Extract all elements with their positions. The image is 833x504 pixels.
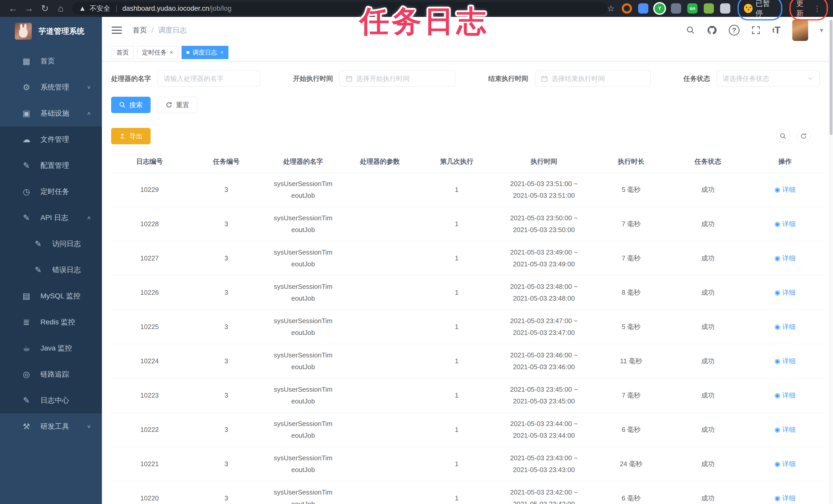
toggle-search-icon[interactable] [776,129,790,143]
breadcrumb: 首页 / 调度日志 [133,25,187,35]
handler-cell: sysUserSessionTimeoutJob [265,207,341,241]
browser-update-button[interactable]: 更新 ⋮ [789,0,828,21]
sidebar-item-首页[interactable]: ▦首页 [0,48,102,74]
param-cell [341,309,419,344]
detail-link[interactable]: ◉详细 [775,494,795,503]
monitor-icon: ▣ [21,108,32,118]
sidebar-item-label: Redis 监控 [41,317,91,327]
close-icon[interactable]: × [220,49,223,56]
top-navbar: 首页 / 调度日志 ? tT ▾ [102,17,833,44]
sidebar-item-错误日志[interactable]: ✎错误日志 [0,257,102,283]
navbar-icons: ? tT ▾ [686,20,823,41]
handler-cell: sysUserSessionTimeoutJob [265,344,341,378]
back-icon[interactable]: ← [5,3,21,14]
cloud-icon: ☁ [21,134,32,144]
ext-on-icon[interactable]: on [687,3,697,14]
actions-cell: ◉详细 [746,309,824,344]
search-button[interactable]: 搜索 [111,97,150,113]
detail-link[interactable]: ◉详细 [775,322,795,331]
fullscreen-icon[interactable] [751,26,761,35]
job-log-table: 日志编号 任务编号 处理器的名字 处理器的参数 第几次执行 执行时间 执行时长 … [111,151,824,504]
url-host[interactable]: dashboard.yudao.iocoder.cn [122,5,209,12]
ext-puzzle-icon[interactable] [720,3,730,14]
sidebar-item-配置管理[interactable]: ✎配置管理 [0,152,102,179]
handler-cell: sysUserSessionTimeoutJob [265,481,341,504]
home-icon[interactable]: ⌂ [53,3,69,14]
detail-link[interactable]: ◉详细 [775,220,795,228]
time-cell: 2021-05-03 23:47:00 ~2021-05-03 23:47:00 [495,309,593,344]
time-cell: 2021-05-03 23:42:00 ~2021-05-03 23:42:00 [495,481,593,504]
chevron-down-icon[interactable]: ▾ [820,26,823,34]
sidebar-item-Java-监控[interactable]: ☕Java 监控 [0,335,102,361]
param-cell [341,207,419,241]
sidebar-item-Redis-监控[interactable]: ≣Redis 监控 [0,309,102,335]
sidebar-item-日志中心[interactable]: ✎日志中心 [0,387,102,413]
scrollbar-thumb[interactable] [830,20,832,135]
security-label[interactable]: 不安全 [90,4,110,13]
sidebar-item-访问日志[interactable]: ✎访问日志 [0,231,102,257]
eye-icon: ◉ [775,186,780,194]
log-id-cell: 10226 [111,275,188,309]
address-bar[interactable]: ▲ 不安全 | dashboard.yudao.iocoder.cn /job/… [72,2,607,15]
detail-label: 详细 [782,391,795,400]
search-icon[interactable] [686,26,695,34]
refresh-icon[interactable] [796,129,810,143]
sidebar-item-API-日志[interactable]: ✎API 日志∧ [0,205,102,231]
url-path[interactable]: /job/log [209,5,232,12]
sidebar-item-基础设施[interactable]: ▣基础设施∧ [0,100,102,126]
ext-grid-icon[interactable] [671,3,681,14]
forward-icon[interactable]: → [21,3,37,14]
detail-link[interactable]: ◉详细 [775,254,795,263]
export-button[interactable]: 导出 [111,128,150,144]
ext-blue-icon[interactable] [638,3,648,14]
sidebar-item-链路追踪[interactable]: ◎链路追踪 [0,361,102,387]
table-row: 102273sysUserSessionTimeoutJob12021-05-0… [111,241,824,275]
help-icon[interactable]: ? [729,25,740,35]
sidebar: 芋道管理系统 ▦首页⚙系统管理∨▣基础设施∧☁文件管理✎配置管理◷定时任务✎AP… [0,17,102,504]
tab-home[interactable]: 首页 [112,46,134,59]
end-time-picker[interactable]: 选择结束执行时间 [535,71,651,86]
detail-link[interactable]: ◉详细 [775,357,795,366]
duration-cell: 7 毫秒 [593,241,670,275]
bookmark-star-icon[interactable]: ☆ [607,4,615,13]
log-id-cell: 10224 [111,344,188,378]
detail-link[interactable]: ◉详细 [775,391,795,400]
ext-orange-icon[interactable] [622,3,632,14]
breadcrumb-home[interactable]: 首页 [133,25,147,35]
tab-timed-task[interactable]: 定时任务 × [137,46,178,59]
sidebar-logo[interactable]: 芋道管理系统 [0,17,102,46]
font-size-icon[interactable]: tT [772,25,781,36]
detail-link[interactable]: ◉详细 [775,425,795,434]
sidebar-item-系统管理[interactable]: ⚙系统管理∨ [0,74,102,100]
chevron-down-icon: ∨ [87,84,91,90]
reload-icon[interactable]: ↻ [37,3,53,14]
start-time-picker[interactable]: 选择开始执行时间 [339,71,455,86]
status-cell: 成功 [669,378,746,412]
sidebar-item-MySQL-监控[interactable]: ▤MySQL 监控 [0,283,102,309]
tab-label: 调度日志 [193,48,217,56]
close-icon[interactable]: × [170,49,173,56]
paused-extension-badge[interactable]: 已暂停 [737,0,782,21]
sidebar-item-定时任务[interactable]: ◷定时任务 [0,179,102,205]
eye-icon: ◉ [775,254,780,262]
ext-leaf-icon[interactable] [704,3,714,14]
kebab-menu-icon[interactable]: ⋮ [813,4,821,13]
detail-link[interactable]: ◉详细 [775,288,795,297]
sidebar-item-研发工具[interactable]: ⚒研发工具∨ [0,413,102,439]
sidebar-item-文件管理[interactable]: ☁文件管理 [0,126,102,152]
breadcrumb-separator: / [151,26,153,34]
detail-link[interactable]: ◉详细 [775,185,795,194]
hamburger-icon[interactable] [112,25,122,36]
tab-schedule-log[interactable]: 调度日志 × [182,46,229,59]
page-scrollbar[interactable] [829,17,833,504]
attempt-cell: 1 [419,275,495,309]
detail-link[interactable]: ◉详细 [775,459,795,469]
user-avatar[interactable] [792,20,808,41]
reset-button[interactable]: 重置 [158,97,197,113]
handler-name-input[interactable] [158,71,260,86]
github-icon[interactable] [707,25,717,35]
filter-end-time: 结束执行时间 选择结束执行时间 [488,71,651,86]
task-status-select[interactable]: 请选择任务状态 [717,71,820,86]
time-cell: 2021-05-03 23:44:00 ~2021-05-03 23:44:00 [495,412,593,447]
ext-green-y-icon[interactable]: Y [654,3,665,14]
